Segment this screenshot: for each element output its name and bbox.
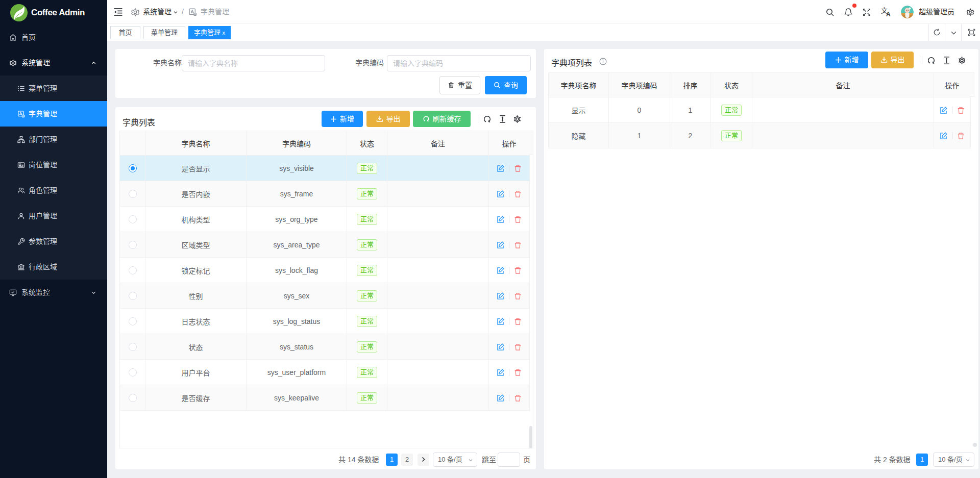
svg-text:A: A bbox=[886, 11, 891, 17]
